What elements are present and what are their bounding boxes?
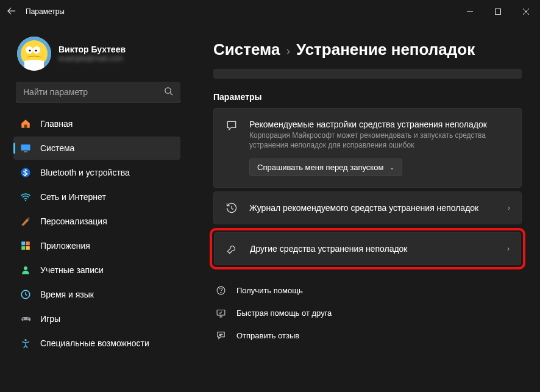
- sidebar-item-label: Главная: [40, 119, 73, 129]
- link-label: Отправить отзыв: [236, 331, 299, 340]
- avatar: [17, 37, 51, 71]
- svg-rect-17: [21, 241, 25, 245]
- titlebar: Параметры: [0, 0, 540, 23]
- link-label: Получить помощь: [236, 286, 303, 295]
- svg-point-23: [27, 318, 28, 319]
- nav-list: ГлавнаяСистемаBluetooth и устройстваСеть…: [13, 112, 183, 392]
- dropdown-label: Спрашивать меня перед запуском: [257, 163, 383, 172]
- card-other-troubleshooters[interactable]: Другие средства устранения неполадок ›: [214, 232, 521, 265]
- bluetooth-icon: [20, 166, 32, 179]
- svg-point-16: [25, 200, 26, 201]
- search-input[interactable]: [23, 87, 164, 97]
- chevron-right-icon: ›: [507, 244, 510, 253]
- sidebar-item-home[interactable]: Главная: [13, 112, 180, 135]
- svg-rect-14: [24, 151, 27, 152]
- link-feedback[interactable]: Отправить отзыв: [213, 324, 522, 347]
- card-troubleshoot-history[interactable]: Журнал рекомендуемого средства устранени…: [213, 191, 522, 224]
- profile-block[interactable]: Виктор Бухтеев example@mail.com: [13, 30, 183, 82]
- svg-rect-12: [24, 125, 27, 128]
- sidebar-item-label: Приложения: [40, 241, 90, 251]
- network-icon: [20, 191, 32, 203]
- card-title: Журнал рекомендуемого средства устранени…: [249, 203, 497, 213]
- svg-rect-1: [496, 9, 501, 15]
- maximize-button[interactable]: [484, 0, 512, 23]
- sidebar-item-accounts[interactable]: Учетные записи: [13, 258, 180, 282]
- svg-point-8: [29, 49, 30, 51]
- search-icon: [164, 87, 173, 98]
- personal-icon: [20, 215, 32, 227]
- sidebar-item-network[interactable]: Сеть и Интернет: [13, 185, 180, 208]
- link-quick-assist[interactable]: Быстрая помощь от друга: [213, 302, 522, 324]
- sidebar-item-personal[interactable]: Персонализация: [13, 210, 180, 233]
- system-icon: [20, 142, 32, 154]
- accounts-icon: [20, 264, 32, 276]
- card-title: Рекомендуемые настройки средства устране…: [249, 119, 510, 129]
- card-title: Другие средства устранения неполадок: [250, 244, 496, 254]
- sidebar: Виктор Бухтеев example@mail.com ГлавнаяС…: [0, 23, 189, 392]
- breadcrumb: Система › Устранение неполадок: [213, 40, 522, 59]
- apps-icon: [20, 240, 32, 252]
- quick-assist-icon: [215, 308, 227, 318]
- minimize-button[interactable]: [456, 0, 484, 23]
- sidebar-item-label: Bluetooth и устройства: [40, 168, 130, 177]
- profile-email: example@mail.com: [59, 54, 126, 63]
- help-icon: [215, 285, 227, 296]
- sidebar-item-label: Сеть и Интернет: [40, 192, 106, 202]
- dropdown-ask-before-run[interactable]: Спрашивать меня перед запуском ⌄: [249, 159, 402, 176]
- sidebar-item-label: Учетные записи: [40, 265, 104, 275]
- breadcrumb-root[interactable]: Система: [213, 40, 280, 59]
- highlight-box: Другие средства устранения неполадок ›: [210, 228, 525, 269]
- gaming-icon: [20, 313, 32, 325]
- svg-point-21: [24, 266, 27, 270]
- window-controls: [456, 0, 540, 23]
- sidebar-item-label: Игры: [40, 314, 60, 324]
- profile-name: Виктор Бухтеев: [59, 45, 126, 54]
- svg-rect-13: [21, 144, 30, 151]
- link-get-help[interactable]: Получить помощь: [213, 279, 522, 302]
- card-recommended-settings[interactable]: Рекомендуемые настройки средства устране…: [213, 108, 522, 188]
- svg-point-24: [28, 318, 29, 319]
- sidebar-item-time[interactable]: Время и язык: [13, 283, 180, 306]
- history-icon: [225, 202, 238, 214]
- help-links: Получить помощь Быстрая помощь от друга …: [213, 279, 522, 347]
- link-label: Быстрая помощь от друга: [236, 308, 332, 318]
- svg-rect-20: [26, 246, 30, 250]
- sidebar-item-label: Специальные возможности: [40, 338, 149, 348]
- card-subtitle: Корпорация Майкрософт может рекомендоват…: [249, 130, 510, 150]
- settings-window: Параметры: [0, 0, 540, 392]
- chevron-right-icon: ›: [286, 44, 290, 58]
- breadcrumb-leaf: Устранение неполадок: [296, 40, 475, 59]
- feedback-icon: [215, 330, 227, 341]
- sidebar-item-access[interactable]: Специальные возможности: [13, 332, 180, 355]
- main-panel: Система › Устранение неполадок Параметры…: [189, 23, 540, 392]
- svg-point-27: [220, 293, 221, 293]
- time-icon: [20, 288, 32, 301]
- access-icon: [20, 337, 32, 349]
- placeholder-bar: [213, 69, 522, 79]
- chevron-down-icon: ⌄: [389, 164, 394, 171]
- back-button[interactable]: [7, 7, 23, 17]
- sidebar-item-gaming[interactable]: Игры: [13, 307, 180, 330]
- svg-point-9: [35, 49, 37, 51]
- section-label: Параметры: [213, 92, 522, 102]
- sidebar-item-bluetooth[interactable]: Bluetooth и устройства: [13, 161, 180, 184]
- window-title: Параметры: [23, 7, 456, 16]
- search-box[interactable]: [16, 82, 180, 102]
- close-button[interactable]: [512, 0, 540, 23]
- sidebar-item-label: Система: [40, 143, 74, 153]
- sidebar-item-system[interactable]: Система: [13, 137, 180, 160]
- chevron-right-icon: ›: [508, 204, 510, 212]
- sidebar-item-apps[interactable]: Приложения: [13, 234, 180, 257]
- home-icon: [20, 118, 32, 130]
- svg-rect-18: [26, 241, 30, 245]
- chat-icon: [225, 119, 238, 132]
- sidebar-item-label: Персонализация: [40, 216, 107, 226]
- svg-line-11: [170, 93, 172, 95]
- svg-point-25: [24, 339, 26, 341]
- svg-rect-19: [21, 246, 25, 250]
- wrench-icon: [226, 243, 239, 255]
- sidebar-item-label: Время и язык: [40, 290, 94, 299]
- svg-point-10: [165, 87, 171, 93]
